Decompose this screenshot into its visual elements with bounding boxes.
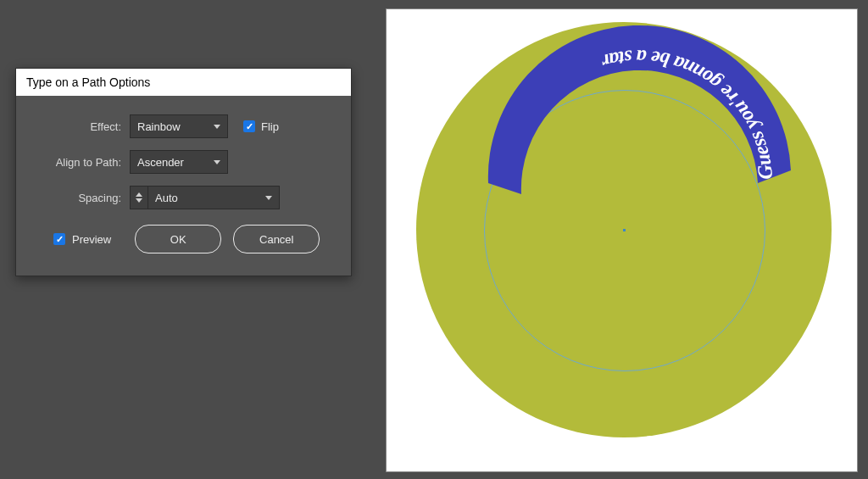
effect-select[interactable]: Rainbow — [130, 114, 228, 138]
chevron-down-icon — [214, 125, 220, 129]
preview-checkbox-wrap[interactable]: ✓ Preview — [53, 233, 111, 246]
align-value: Ascender — [137, 156, 184, 169]
flip-checkbox[interactable]: ✓ — [243, 120, 255, 132]
chevron-down-icon — [214, 160, 220, 164]
path-text-svg: Guess you're gonna be a star — [416, 22, 832, 437]
button-row: ✓ Preview OK Cancel — [35, 225, 332, 253]
path-text-content: Guess you're gonna be a star — [598, 46, 776, 181]
spacing-value: Auto — [155, 192, 178, 204]
ok-button[interactable]: OK — [135, 225, 221, 253]
align-label: Align to Path: — [35, 156, 121, 169]
chevron-down-icon — [265, 196, 272, 200]
type-on-path-options-dialog: Type on a Path Options Effect: Rainbow ✓… — [15, 68, 352, 276]
preview-checkbox[interactable]: ✓ — [53, 233, 65, 245]
effect-label: Effect: — [35, 120, 121, 133]
align-row: Align to Path: Ascender — [35, 150, 332, 174]
flip-checkbox-wrap[interactable]: ✓ Flip — [243, 120, 279, 133]
effect-value: Rainbow — [137, 120, 181, 133]
spacing-row: Spacing: Auto — [35, 186, 332, 209]
effect-row: Effect: Rainbow ✓ Flip — [35, 114, 332, 138]
spacing-stepper[interactable] — [130, 186, 148, 209]
dialog-body: Effect: Rainbow ✓ Flip Align to Path: As… — [16, 96, 351, 276]
artboard: Guess you're gonna be a star — [386, 8, 858, 472]
spacing-label: Spacing: — [35, 192, 121, 204]
preview-label: Preview — [72, 233, 111, 246]
stepper-down-icon — [136, 198, 142, 203]
spacing-select[interactable]: Auto — [147, 186, 280, 209]
path-text[interactable]: Guess you're gonna be a star — [598, 46, 776, 181]
align-select[interactable]: Ascender — [130, 150, 228, 174]
cancel-button[interactable]: Cancel — [233, 225, 320, 253]
dialog-title: Type on a Path Options — [16, 69, 351, 96]
stepper-up-icon — [136, 192, 142, 197]
flip-label: Flip — [261, 120, 279, 133]
